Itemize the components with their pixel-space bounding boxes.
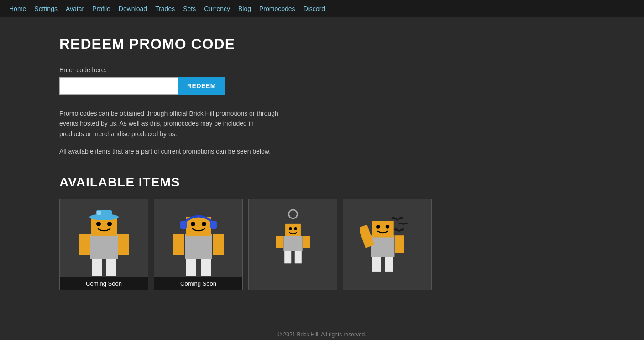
svg-rect-12	[173, 234, 184, 255]
item-card-1[interactable]: Coming Soon	[59, 199, 148, 290]
nav-discord[interactable]: Discord	[304, 5, 325, 12]
footer-text: © 2021 Brick Hill. All rights reserved.	[277, 331, 366, 338]
item-card-2[interactable]: Coming Soon	[154, 199, 243, 290]
nav-currency[interactable]: Currency	[204, 5, 230, 12]
svg-rect-14	[186, 217, 211, 236]
svg-rect-18	[210, 221, 217, 229]
svg-rect-20	[201, 259, 211, 276]
svg-rect-2	[118, 234, 129, 255]
main-nav: Home Settings Avatar Profile Download Tr…	[0, 0, 644, 17]
code-label: Enter code here:	[59, 66, 585, 74]
available-items-title: AVAILABLE ITEMS	[59, 175, 585, 190]
svg-point-35	[376, 225, 380, 229]
svg-point-21	[288, 210, 297, 218]
nav-promocodes[interactable]: Promocodes	[259, 5, 295, 12]
svg-rect-38	[385, 257, 393, 272]
page-title: REDEEM PROMO CODE	[59, 36, 585, 53]
svg-rect-31	[371, 235, 394, 257]
nav-profile[interactable]: Profile	[92, 5, 110, 12]
svg-rect-37	[372, 257, 381, 272]
svg-rect-11	[185, 234, 212, 259]
svg-rect-17	[180, 221, 187, 229]
nav-avatar[interactable]: Avatar	[66, 5, 84, 12]
redeem-button[interactable]: REDEEM	[178, 77, 225, 95]
svg-point-4	[96, 222, 101, 226]
coming-soon-label-2: Coming Soon	[154, 277, 242, 290]
svg-point-25	[294, 227, 297, 230]
svg-point-5	[107, 222, 112, 226]
svg-point-16	[202, 222, 206, 226]
svg-rect-27	[276, 236, 283, 248]
svg-rect-13	[213, 234, 224, 255]
nav-home[interactable]: Home	[9, 5, 26, 12]
item-image-1	[60, 199, 148, 290]
svg-point-36	[385, 225, 389, 229]
svg-rect-19	[186, 259, 196, 276]
svg-rect-9	[92, 259, 102, 276]
svg-point-24	[289, 227, 292, 230]
svg-rect-26	[283, 236, 302, 251]
svg-rect-30	[294, 251, 301, 263]
svg-rect-29	[284, 251, 291, 263]
main-content: REDEEM PROMO CODE Enter code here: REDEE…	[0, 17, 644, 308]
coming-soon-label-1: Coming Soon	[60, 277, 148, 290]
nav-sets[interactable]: Sets	[183, 5, 196, 12]
svg-rect-28	[302, 236, 310, 248]
items-grid: Coming Soon	[59, 199, 585, 290]
nav-trades[interactable]: Trades	[155, 5, 175, 12]
nav-settings[interactable]: Settings	[34, 5, 58, 12]
svg-rect-34	[372, 221, 393, 238]
svg-point-15	[191, 222, 195, 226]
svg-rect-33	[395, 235, 404, 253]
svg-rect-10	[106, 259, 116, 276]
promo-code-input[interactable]	[59, 77, 178, 95]
description-paragraph-1: Promo codes can be obtained through offi…	[59, 108, 278, 139]
svg-rect-1	[79, 234, 90, 255]
nav-blog[interactable]: Blog	[238, 5, 251, 12]
item-card-3[interactable]	[248, 199, 337, 290]
item-image-3	[249, 199, 337, 290]
description-paragraph-2: All available items that are a part of c…	[59, 146, 278, 156]
code-input-row: REDEEM	[59, 77, 585, 95]
item-image-2	[154, 199, 242, 290]
promo-description: Promo codes can be obtained through offi…	[59, 108, 278, 157]
nav-download[interactable]: Download	[119, 5, 147, 12]
item-image-4	[343, 199, 431, 290]
footer: © 2021 Brick Hill. All rights reserved.	[0, 322, 644, 340]
svg-rect-8	[97, 211, 101, 215]
item-card-4[interactable]	[343, 199, 432, 290]
svg-rect-0	[90, 234, 118, 259]
